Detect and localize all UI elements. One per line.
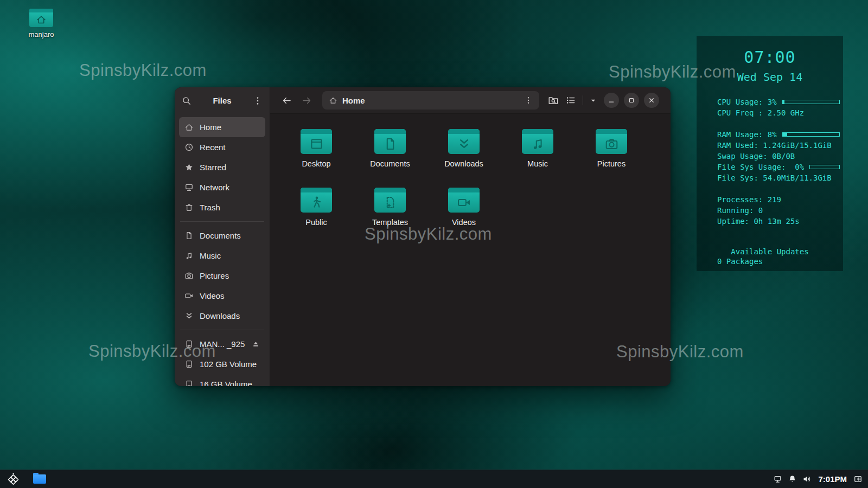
sidebar-item-label: Downloads <box>200 311 240 320</box>
file-label: Videos <box>427 218 501 227</box>
monitor-line-text: RAM Used: 1.24GiB/15.1GiB <box>717 141 832 150</box>
monitor-spacer <box>717 183 840 194</box>
network-tray-icon[interactable] <box>773 474 782 484</box>
sidebar-separator <box>180 330 264 330</box>
sidebar-item-man-925[interactable]: MAN... _925 <box>179 334 265 354</box>
sidebar-item-videos[interactable]: Videos <box>179 286 265 306</box>
monitor-line: Uptime: 0h 13m 25s <box>717 216 840 227</box>
monitor-line: RAM Usage: 8% <box>717 129 840 140</box>
sidebar-item-label: Music <box>200 251 221 260</box>
clock-icon <box>184 143 194 152</box>
file-documents[interactable]: Documents <box>353 128 427 187</box>
main-header: Home <box>270 87 671 114</box>
sidebar-item-trash[interactable]: Trash <box>179 197 265 217</box>
file-label: Pictures <box>575 159 648 168</box>
monitor-line-text: Processes: 219 <box>717 195 781 204</box>
close-button[interactable] <box>644 93 659 108</box>
desktop-icon-manjaro[interactable]: manjaro <box>24 9 59 38</box>
toolbar-divider <box>583 95 583 105</box>
file-desktop[interactable]: Desktop <box>279 128 353 187</box>
files-window: Files Home <box>175 87 671 386</box>
monitor-line-text: File Sys: 54.0MiB/11.3GiB <box>717 174 832 182</box>
camera-icon <box>184 271 194 280</box>
sidebar-item-documents[interactable]: Documents <box>179 226 265 246</box>
sidebar-item-label: Home <box>200 123 221 132</box>
template-document-emblem-icon <box>374 193 406 211</box>
file-pictures[interactable]: Pictures <box>575 128 648 187</box>
music-note-emblem-icon <box>522 134 553 153</box>
monitor-line: Running: 0 <box>717 205 840 216</box>
minimize-button[interactable] <box>604 93 619 108</box>
watermark: SpinsbyKilz.com <box>79 61 207 80</box>
updates-count: 0 Packages <box>717 257 840 266</box>
sidebar-item-starred[interactable]: Starred <box>179 157 265 177</box>
monitor-line-text: File Sys Usage: 0% <box>717 163 804 171</box>
sidebar-item-recent[interactable]: Recent <box>179 137 265 157</box>
monitor-line-text: RAM Usage: 8% <box>717 130 777 139</box>
file-music[interactable]: Music <box>501 128 575 187</box>
sidebar-item-label: Documents <box>200 231 241 240</box>
session-tray-icon[interactable] <box>853 474 863 484</box>
monitor-line: CPU Usage: 3% <box>717 97 840 107</box>
maximize-button[interactable] <box>624 93 639 108</box>
forward-button[interactable] <box>302 95 312 106</box>
file-browser-pane: DesktopDocumentsDownloadsMusicPicturesPu… <box>271 114 671 386</box>
volume-icon[interactable] <box>802 474 812 484</box>
sidebar-item-label: Pictures <box>200 271 229 280</box>
monitor-line-text: Swap Usage: 0B/0B <box>717 152 795 160</box>
maximize-icon <box>628 97 635 104</box>
file-videos[interactable]: Videos <box>427 187 501 245</box>
close-icon <box>648 97 655 104</box>
eject-button[interactable] <box>252 340 260 348</box>
sidebar-item-network[interactable]: Network <box>179 177 265 197</box>
system-monitor-widget: 07:00 Wed Sep 14 CPU Usage: 3%CPU Freq :… <box>697 36 843 271</box>
header-tools <box>548 95 597 106</box>
file-label: Templates <box>353 218 427 227</box>
sidebar-item-102-gb-volume[interactable]: 102 GB Volume <box>179 354 265 374</box>
monitor-line: File Sys: 54.0MiB/11.3GiB <box>717 172 840 183</box>
video-camera-emblem-icon <box>448 193 480 211</box>
sidebar-item-downloads[interactable]: Downloads <box>179 306 265 326</box>
view-options-chevron-icon[interactable] <box>590 97 597 104</box>
notifications-bell-icon[interactable] <box>788 474 797 484</box>
music-note-icon <box>184 251 194 260</box>
path-menu-kebab-icon[interactable] <box>524 96 533 105</box>
sidebar-item-label: 102 GB Volume <box>200 359 257 369</box>
monitor-spacer <box>717 118 840 129</box>
sidebar: HomeRecentStarredNetworkTrash DocumentsM… <box>175 114 270 386</box>
sidebar-item-music[interactable]: Music <box>179 246 265 266</box>
sidebar-item-home[interactable]: Home <box>179 117 265 137</box>
back-button[interactable] <box>282 95 292 106</box>
document-icon <box>184 231 194 240</box>
folder-search-button[interactable] <box>548 95 559 106</box>
path-bar[interactable]: Home <box>322 91 539 110</box>
app-menu-kebab-icon[interactable] <box>253 96 263 106</box>
monitor-line: Swap Usage: 0B/0B <box>717 151 840 162</box>
search-icon[interactable] <box>182 96 192 106</box>
minimize-icon <box>608 97 615 104</box>
file-label: Documents <box>353 159 427 168</box>
file-downloads[interactable]: Downloads <box>427 128 501 187</box>
files-grid: DesktopDocumentsDownloadsMusicPicturesPu… <box>279 128 648 245</box>
file-label: Public <box>279 218 353 227</box>
chevrons-down-icon <box>184 311 194 320</box>
file-templates[interactable]: Templates <box>353 187 427 245</box>
widget-date: Wed Sep 14 <box>697 70 843 84</box>
window-emblem-icon <box>301 134 332 153</box>
sidebar-item-label: Starred <box>200 163 226 172</box>
star-icon <box>184 163 194 172</box>
home-icon <box>184 123 194 132</box>
list-view-button[interactable] <box>565 95 576 106</box>
sidebar-item-pictures[interactable]: Pictures <box>179 266 265 286</box>
monitor-bar <box>782 100 840 104</box>
monitor-line-text: Running: 0 <box>717 206 763 215</box>
taskbar-clock[interactable]: 7:01PM <box>818 474 847 484</box>
taskbar-files-window-button[interactable] <box>33 474 46 484</box>
file-public[interactable]: Public <box>279 187 353 245</box>
updates-title: Available Updates <box>697 247 843 256</box>
folder-icon <box>448 129 480 154</box>
trash-icon <box>184 203 194 212</box>
desktop: manjaro Files Home <box>0 0 868 488</box>
sidebar-item-16-gb-volume[interactable]: 16 GB Volume <box>179 374 265 386</box>
app-launcher-knot-icon[interactable] <box>7 472 20 486</box>
